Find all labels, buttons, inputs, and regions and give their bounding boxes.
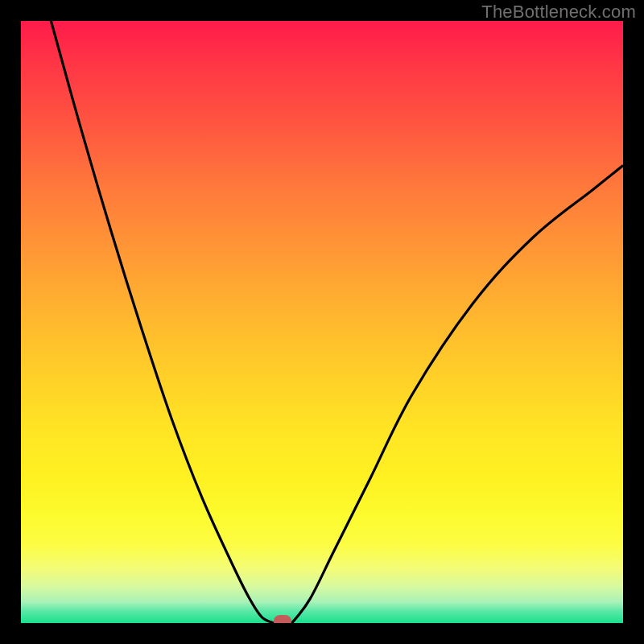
optimum-marker-icon (274, 615, 291, 623)
plot-area (21, 21, 623, 623)
curve-left-branch (51, 21, 274, 623)
chart-frame: TheBottleneck.com (0, 0, 644, 644)
bottleneck-curve (21, 21, 623, 623)
watermark-label: TheBottleneck.com (481, 2, 636, 23)
curve-right-branch (292, 166, 623, 623)
